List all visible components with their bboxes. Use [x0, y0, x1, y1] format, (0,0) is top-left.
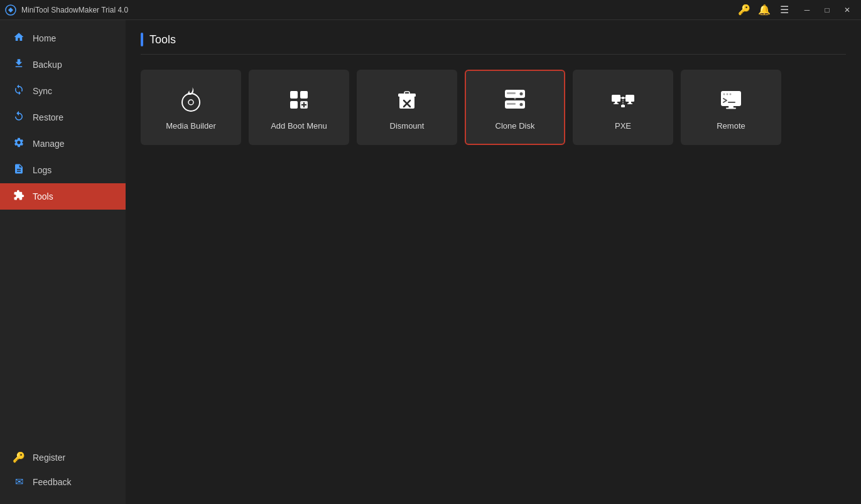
- svg-rect-22: [614, 103, 619, 104]
- svg-rect-23: [625, 95, 634, 102]
- svg-rect-9: [399, 96, 414, 109]
- tools-icon: [13, 190, 25, 203]
- svg-rect-3: [290, 91, 298, 99]
- home-icon: [13, 31, 25, 45]
- svg-point-32: [723, 93, 725, 95]
- pxe-icon: [608, 85, 638, 115]
- tool-card-pxe[interactable]: PXE: [573, 70, 673, 145]
- tool-label-dismount: Dismount: [390, 121, 425, 131]
- svg-point-18: [520, 103, 523, 106]
- page-title: Tools: [149, 33, 176, 46]
- sidebar-item-home[interactable]: Home: [0, 25, 126, 51]
- feedback-mail-icon: ✉: [13, 476, 25, 488]
- maximize-button[interactable]: □: [818, 4, 836, 16]
- svg-point-2: [188, 100, 193, 105]
- sidebar-label-logs: Logs: [33, 165, 51, 175]
- register-key-icon: 🔑: [13, 451, 25, 463]
- dismount-icon: [392, 85, 422, 115]
- manage-icon: [13, 137, 25, 151]
- svg-point-1: [182, 94, 200, 111]
- svg-rect-25: [627, 103, 632, 104]
- tool-card-clone-disk[interactable]: Clone Disk: [465, 70, 565, 145]
- restore-icon: [13, 110, 25, 124]
- svg-rect-37: [726, 107, 736, 109]
- tool-card-dismount[interactable]: Dismount: [357, 70, 457, 145]
- key-icon[interactable]: 🔑: [735, 4, 753, 16]
- backup-icon: [13, 58, 25, 72]
- window-controls: ─ □ ✕: [798, 4, 856, 16]
- svg-rect-19: [507, 103, 516, 105]
- minimize-button[interactable]: ─: [798, 4, 816, 16]
- tool-label-add-boot-menu: Add Boot Menu: [271, 121, 327, 131]
- bell-icon[interactable]: 🔔: [755, 4, 773, 16]
- header-accent-bar: [141, 33, 143, 46]
- sidebar-nav: Home Backup Sync Restore: [0, 25, 126, 210]
- svg-rect-4: [300, 91, 308, 99]
- svg-rect-8: [301, 104, 306, 105]
- menu-icon[interactable]: ☰: [776, 4, 793, 16]
- sidebar-label-register: Register: [33, 453, 65, 463]
- sidebar-label-sync: Sync: [33, 86, 52, 96]
- sidebar-item-tools[interactable]: Tools: [0, 183, 126, 210]
- sidebar-label-backup: Backup: [33, 60, 62, 70]
- sidebar-label-feedback: Feedback: [33, 477, 71, 487]
- add-boot-menu-icon: [284, 85, 314, 115]
- sidebar-item-sync[interactable]: Sync: [0, 78, 126, 104]
- svg-rect-20: [612, 95, 620, 102]
- tool-label-clone-disk: Clone Disk: [495, 121, 535, 131]
- sync-icon: [13, 84, 25, 98]
- tools-grid: Media Builder Add Boot Men: [141, 70, 846, 145]
- tool-card-add-boot-menu[interactable]: Add Boot Menu: [249, 70, 349, 145]
- svg-rect-5: [290, 101, 298, 109]
- tool-label-pxe: PXE: [615, 121, 631, 131]
- svg-point-15: [520, 92, 523, 95]
- logs-icon: [13, 163, 25, 177]
- page-header: Tools: [141, 33, 846, 55]
- tool-label-remote: Remote: [717, 121, 745, 131]
- svg-point-34: [730, 93, 732, 95]
- remote-icon: [716, 85, 746, 115]
- media-builder-icon: [176, 85, 206, 115]
- app-logo: [5, 4, 16, 16]
- sidebar: Home Backup Sync Restore: [0, 20, 126, 504]
- sidebar-item-feedback[interactable]: ✉ Feedback: [0, 469, 126, 494]
- tool-card-remote[interactable]: Remote: [681, 70, 781, 145]
- svg-rect-16: [507, 92, 516, 94]
- close-button[interactable]: ✕: [838, 4, 856, 16]
- toolbar-icons: 🔑 🔔 ☰: [735, 4, 793, 16]
- sidebar-item-manage[interactable]: Manage: [0, 131, 126, 157]
- sidebar-item-register[interactable]: 🔑 Register: [0, 445, 126, 469]
- sidebar-label-home: Home: [33, 33, 56, 43]
- titlebar-title: MiniTool ShadowMaker Trial 4.0: [21, 6, 735, 14]
- svg-rect-30: [621, 105, 625, 107]
- tool-card-media-builder[interactable]: Media Builder: [141, 70, 241, 145]
- sidebar-item-backup[interactable]: Backup: [0, 51, 126, 78]
- sidebar-item-restore[interactable]: Restore: [0, 104, 126, 131]
- sidebar-bottom: 🔑 Register ✉ Feedback: [0, 445, 126, 504]
- clone-disk-icon: [500, 85, 530, 115]
- svg-point-33: [727, 93, 728, 95]
- titlebar: MiniTool ShadowMaker Trial 4.0 🔑 🔔 ☰ ─ □…: [0, 0, 861, 20]
- sidebar-item-logs[interactable]: Logs: [0, 157, 126, 183]
- svg-rect-13: [404, 92, 409, 94]
- sidebar-label-tools: Tools: [33, 191, 53, 201]
- app-body: Home Backup Sync Restore: [0, 20, 861, 504]
- tool-label-media-builder: Media Builder: [166, 121, 216, 131]
- sidebar-label-manage: Manage: [33, 139, 65, 149]
- sidebar-label-restore: Restore: [33, 112, 63, 122]
- main-content: Tools Media Builder: [126, 20, 861, 504]
